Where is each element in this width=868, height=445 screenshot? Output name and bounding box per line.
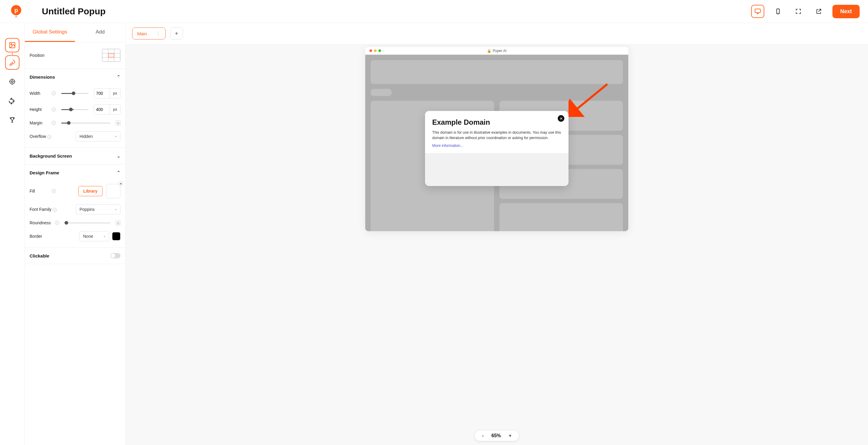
info-icon[interactable]: i: [52, 121, 56, 125]
rail-target-icon[interactable]: [5, 75, 20, 89]
tab-global-settings[interactable]: Global Settings: [25, 23, 75, 42]
position-grid[interactable]: [102, 49, 120, 62]
popup-body: This domain is for use in illustrative e…: [432, 130, 561, 141]
reset-icon[interactable]: ⊡: [116, 220, 120, 225]
height-label: Height: [30, 107, 48, 112]
chevron-down-icon: ▾: [115, 208, 117, 211]
preview-url: Poper AI: [493, 49, 506, 53]
overflow-label: Overflow: [30, 134, 46, 139]
height-slider[interactable]: [61, 109, 89, 110]
position-label: Position: [30, 53, 48, 58]
zoom-in-button[interactable]: +: [509, 433, 512, 438]
width-label: Width: [30, 91, 48, 96]
margin-label: Margin: [30, 121, 48, 125]
zoom-control: - 65% +: [475, 431, 519, 441]
chevron-up-icon: ⌃: [117, 74, 120, 80]
traffic-lights: [369, 49, 381, 52]
topbar: p Untitled Popup Next: [0, 0, 868, 23]
more-icon[interactable]: ⋮: [156, 31, 160, 36]
clickable-header[interactable]: Clickable: [30, 248, 120, 264]
popup-preview[interactable]: ✕ Example Domain This domain is for use …: [425, 111, 568, 186]
device-desktop-button[interactable]: [751, 5, 764, 18]
fill-color-chip[interactable]: ✕: [106, 184, 120, 198]
svg-point-6: [10, 79, 14, 84]
height-input[interactable]: [94, 105, 110, 114]
info-icon[interactable]: i: [52, 91, 56, 95]
font-family-select[interactable]: Poppins ▾: [75, 204, 120, 214]
info-icon[interactable]: i: [53, 208, 57, 212]
popup-close-button[interactable]: ✕: [558, 115, 564, 122]
svg-point-7: [11, 81, 13, 83]
lock-icon: 🔒: [487, 49, 491, 53]
svg-point-5: [11, 44, 12, 45]
left-rail: [0, 23, 25, 445]
clickable-toggle[interactable]: [110, 253, 120, 258]
app-logo: p: [8, 4, 24, 19]
remove-fill-button[interactable]: ✕: [118, 181, 123, 186]
width-unit[interactable]: px: [110, 89, 120, 98]
info-icon[interactable]: i: [55, 221, 59, 225]
step-main-chip[interactable]: Main ⋮: [132, 28, 165, 39]
background-screen-header[interactable]: Background Screen ⌄: [30, 148, 120, 164]
tab-add[interactable]: Add: [75, 23, 125, 42]
roundness-slider[interactable]: [65, 222, 110, 224]
design-frame-header[interactable]: Design Frame ⌃: [30, 165, 120, 181]
rail-puzzle-icon[interactable]: [5, 94, 20, 108]
library-button[interactable]: Library: [78, 186, 102, 196]
zoom-out-button[interactable]: -: [482, 433, 484, 438]
roundness-label: Roundness: [30, 220, 51, 225]
width-slider[interactable]: [61, 93, 89, 94]
border-label: Border: [30, 234, 48, 239]
rail-brush-icon[interactable]: [5, 55, 20, 70]
font-family-label: Font Family: [30, 207, 52, 212]
chevron-down-icon: ▾: [115, 135, 117, 138]
svg-rect-2: [755, 9, 761, 12]
reset-icon[interactable]: ⊡: [116, 121, 120, 125]
chevron-up-icon: ⌃: [117, 170, 120, 176]
margin-slider[interactable]: [61, 123, 110, 123]
overflow-select[interactable]: Hidden ▾: [75, 131, 120, 142]
popup-link[interactable]: More information...: [432, 144, 561, 148]
rail-trophy-icon[interactable]: [5, 113, 20, 127]
width-input[interactable]: [94, 89, 110, 98]
device-mobile-button[interactable]: [771, 5, 785, 18]
chevron-down-icon: ⌄: [117, 153, 120, 159]
svg-text:p: p: [14, 7, 18, 13]
fill-label: Fill: [30, 189, 48, 194]
popup-title: Example Domain: [432, 118, 561, 126]
chevron-down-icon: ▾: [104, 235, 105, 238]
info-icon[interactable]: i: [47, 135, 52, 139]
open-external-button[interactable]: [812, 5, 825, 18]
next-button[interactable]: Next: [832, 5, 860, 18]
info-icon[interactable]: i: [52, 107, 56, 112]
fullscreen-button[interactable]: [792, 5, 805, 18]
page-title[interactable]: Untitled Popup: [42, 6, 105, 17]
settings-sidebar: Global Settings Add Position: [25, 23, 126, 445]
zoom-value: 65%: [491, 433, 501, 438]
border-select[interactable]: None ▾: [79, 231, 109, 241]
info-icon[interactable]: i: [52, 189, 56, 193]
height-unit[interactable]: px: [110, 105, 120, 114]
browser-preview: 🔒 Poper AI: [365, 47, 628, 231]
rail-image-icon[interactable]: [5, 38, 20, 52]
dimensions-header[interactable]: Dimensions ⌃: [30, 69, 120, 85]
canvas-area: Main ⋮ + 🔒 Poper AI: [126, 23, 868, 445]
add-step-button[interactable]: +: [170, 27, 183, 40]
border-color-chip[interactable]: [112, 232, 120, 240]
